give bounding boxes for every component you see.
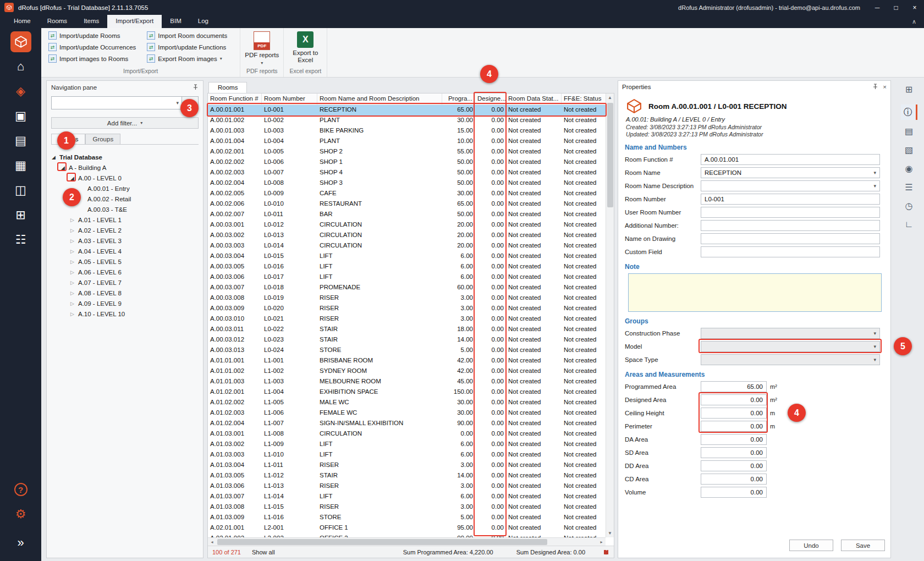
menu-tab-log[interactable]: Log (190, 15, 217, 28)
scroll-left-icon[interactable]: ◂ (208, 540, 216, 544)
table-row[interactable]: A.00.01.004L0-004PLANT10.000.00Not creat… (208, 136, 606, 147)
book-icon[interactable] (603, 549, 609, 556)
column-header-room-function[interactable]: Room Function # (208, 94, 262, 105)
tree-item-a-07-level-7[interactable]: ▷A.07 - LEVEL 7 (47, 277, 203, 288)
tree-expander-icon[interactable]: ▷ (69, 280, 76, 285)
tree-item-a-10-level-10[interactable]: ▷A.10 - LEVEL 10 (47, 309, 203, 319)
table-row[interactable]: A.00.02.003L0-007SHOP 450.000.00Not crea… (208, 168, 606, 178)
table-row[interactable]: A.00.02.002L0-006SHOP 150.000.00Not crea… (208, 157, 606, 168)
tab-rooms[interactable]: Rooms (208, 82, 247, 93)
vertical-scrollbar[interactable]: ▲ ▼ (606, 94, 614, 537)
layout-grid-icon[interactable]: ⊞ (901, 81, 917, 97)
tree-expander-icon[interactable]: ◢ (59, 165, 67, 170)
save-button[interactable]: Save (841, 540, 885, 551)
tree-expander-icon[interactable]: ▷ (69, 301, 76, 306)
table-row[interactable]: A.00.03.008L0-019RISER3.000.00Not create… (208, 293, 606, 304)
models-module-icon[interactable]: ◈ (10, 81, 31, 102)
tree-expander-icon[interactable]: ▷ (69, 228, 76, 233)
tree-item-a-00-02-retail[interactable]: A.00.02 - Retail (47, 194, 203, 204)
perimeter-input[interactable]: 0.00 (701, 421, 767, 432)
table-row[interactable]: A.00.03.003L0-014CIRCULATION20.000.00Not… (208, 241, 606, 251)
documents-module-icon[interactable]: ▤ (10, 130, 31, 151)
table-row[interactable]: A.02.01.001L2-001OFFICE 195.000.00Not cr… (208, 523, 606, 534)
tree-expander-icon[interactable]: ▷ (69, 259, 76, 265)
room-number-input[interactable]: L0-001 (701, 194, 880, 205)
minimize-button[interactable]: ─ (868, 0, 887, 15)
table-row[interactable]: A.00.03.011L0-022STAIR18.000.00Not creat… (208, 324, 606, 335)
scroll-down-icon[interactable]: ▼ (606, 529, 614, 537)
table-row[interactable]: A.00.03.001L0-012CIRCULATION20.000.00Not… (208, 220, 606, 230)
room-function-input[interactable]: A.00.01.001 (701, 154, 880, 165)
history-tab-icon[interactable]: ◷ (901, 198, 917, 213)
export-to-excel-button[interactable]: X Export to Excel (288, 30, 322, 64)
tree-item-a-building-a[interactable]: ◢A - Building A (47, 162, 203, 173)
column-header-room-data-status[interactable]: Room Data Stat... (506, 94, 562, 105)
table-row[interactable]: A.01.03.006L1-013RISER3.000.00Not create… (208, 481, 606, 492)
tree-item-a-00-level-0[interactable]: ◢A.00 - LEVEL 0 (47, 173, 203, 183)
da-area-input[interactable]: 0.00 (701, 434, 767, 445)
additional-number-input[interactable] (701, 220, 880, 231)
model-input[interactable]: ▾ (701, 341, 880, 352)
show-all-link[interactable]: Show all (252, 549, 275, 556)
documents-tab-icon[interactable]: ▤ (901, 123, 917, 139)
maximize-button[interactable]: □ (887, 0, 905, 15)
table-row[interactable]: A.00.03.002L0-013CIRCULATION20.000.00Not… (208, 230, 606, 241)
room-name-input[interactable]: RECEPTION▾ (701, 167, 880, 178)
table-row[interactable]: A.02.01.002L2-002OFFICE 290.000.00Not cr… (208, 534, 606, 537)
menu-tab-home[interactable]: Home (6, 15, 39, 28)
scroll-up-icon[interactable]: ▲ (606, 94, 614, 102)
programmed-area-input[interactable]: 65.00 (701, 381, 767, 392)
table-row[interactable]: A.00.03.006L0-017LIFT6.000.00Not created… (208, 272, 606, 283)
table-row[interactable]: A.00.03.007L0-018PROMENADE60.000.00Not c… (208, 283, 606, 293)
tree-expander-icon[interactable]: ▷ (69, 217, 76, 223)
table-row[interactable]: A.00.01.002L0-002PLANT30.000.00Not creat… (208, 116, 606, 126)
sd-area-input[interactable]: 0.00 (701, 447, 767, 458)
reports-module-icon[interactable]: ⊞ (10, 205, 31, 226)
table-row[interactable]: A.00.02.004L0-008SHOP 350.000.00Not crea… (208, 178, 606, 189)
expand-sidebar-icon[interactable]: » (10, 532, 31, 553)
table-row[interactable]: A.00.02.007L0-011BAR50.000.00Not created… (208, 210, 606, 220)
nav-tab-groups[interactable]: Groups (85, 134, 120, 144)
table-row[interactable]: A.01.03.008L1-015RISER3.000.00Not create… (208, 502, 606, 513)
import-update-functions-button[interactable]: ⇄Import/update Functions (144, 41, 230, 53)
scroll-right-icon[interactable]: ▸ (597, 540, 606, 544)
tree-item-a-03-level-3[interactable]: ▷A.03 - LEVEL 3 (47, 235, 203, 246)
camera-tab-icon[interactable]: ◉ (901, 161, 917, 176)
table-row[interactable]: A.01.03.004L1-011RISER3.000.00Not create… (208, 460, 606, 471)
table-row[interactable]: A.01.03.002L1-009LIFT6.000.00Not created… (208, 439, 606, 450)
cd-area-input[interactable]: 0.00 (701, 474, 767, 485)
column-header-designed[interactable]: Designe... (475, 94, 506, 105)
table-row[interactable]: A.01.01.001L1-001BRISBANE ROOM42.000.00N… (208, 356, 606, 366)
tree-expander-icon[interactable]: ▷ (69, 311, 76, 317)
tree-item-a-02-level-2[interactable]: ▷A.02 - LEVEL 2 (47, 225, 203, 235)
tree-item-a-00-03-t-e[interactable]: A.00.03 - T&E (47, 204, 203, 215)
items-module-icon[interactable]: ▣ (10, 106, 31, 127)
table-row[interactable]: A.00.01.003L0-003BIKE PARKING15.000.00No… (208, 126, 606, 136)
space-type-input[interactable]: ▾ (701, 354, 880, 365)
table-row[interactable]: A.00.03.012L0-023STAIR14.000.00Not creat… (208, 335, 606, 345)
tree-item-trial-database[interactable]: ◢Trial Database (47, 152, 203, 162)
import-room-documents-button[interactable]: ⇄Import Room documents (144, 30, 230, 41)
tree-expander-icon[interactable]: ◢ (50, 155, 57, 160)
tree-item-a-06-level-6[interactable]: ▷A.06 - LEVEL 6 (47, 267, 203, 277)
tree-expander-icon[interactable]: ▷ (69, 290, 76, 296)
table-row[interactable]: A.00.03.004L0-015LIFT6.000.00Not created… (208, 251, 606, 262)
menu-tab-bim[interactable]: BIM (162, 15, 189, 28)
column-header-room-name[interactable]: Room Name and Room Description (317, 94, 442, 105)
rooms-module-icon[interactable]: ⌂ (10, 56, 31, 77)
construction-phase-input[interactable]: ▾ (701, 328, 880, 339)
import-update-rooms-button[interactable]: ⇄Import/update Rooms (46, 30, 139, 41)
table-row[interactable]: A.01.03.001L1-008CIRCULATION0.000.00Not … (208, 429, 606, 439)
table-row[interactable]: A.01.02.001L1-004EXHIBITION SPACE150.000… (208, 387, 606, 398)
tree-expander-icon[interactable]: ▷ (69, 270, 76, 275)
close-button[interactable]: × (905, 0, 924, 15)
collapse-ribbon-icon[interactable]: ∧ (904, 15, 924, 28)
info-icon[interactable]: ⓘ (901, 105, 917, 120)
tree-item-a-01-level-1[interactable]: ▷A.01 - LEVEL 1 (47, 215, 203, 225)
table-row[interactable]: A.01.02.003L1-006FEMALE WC30.000.00Not c… (208, 408, 606, 419)
import-update-occurrences-button[interactable]: ⇄Import/update Occurrences (46, 41, 139, 53)
pin-icon[interactable] (193, 84, 199, 91)
components-module-icon[interactable]: ▦ (10, 155, 31, 176)
table-row[interactable]: A.00.02.001L0-005SHOP 255.000.00Not crea… (208, 147, 606, 157)
volume-input[interactable]: 0.00 (701, 487, 767, 498)
